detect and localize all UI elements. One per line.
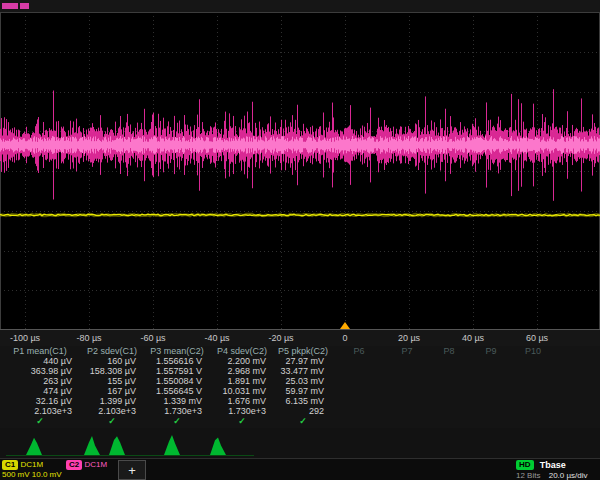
- top-left-indicator: [2, 3, 29, 9]
- measure-header[interactable]: P3 mean(C2): [144, 346, 210, 356]
- tbase-tdiv: 20.0 µs/div: [549, 471, 588, 480]
- time-label: 40 µs: [462, 333, 484, 343]
- measure-header[interactable]: P1 mean(C1): [0, 346, 80, 356]
- measure-value: [470, 356, 512, 366]
- time-axis: -100 µs-80 µs-60 µs-40 µs-20 µs020 µs40 …: [0, 330, 600, 346]
- measure-value: [512, 386, 554, 396]
- measure-status: ✓: [144, 416, 210, 426]
- measure-status-row: ✓✓✓✓✓: [0, 416, 600, 426]
- indicator-block: [2, 3, 18, 9]
- measure-value: 440 µV: [0, 356, 80, 366]
- measure-header[interactable]: P7: [386, 346, 428, 356]
- measure-value: 2.103e+3: [80, 406, 144, 416]
- measure-value: 363.98 µV: [0, 366, 80, 376]
- time-label: -100 µs: [10, 333, 40, 343]
- measure-value: [428, 356, 470, 366]
- measure-value: [386, 366, 428, 376]
- measure-value: 1.891 mV: [210, 376, 274, 386]
- measure-header[interactable]: P10: [512, 346, 554, 356]
- measure-value: [386, 386, 428, 396]
- time-label: 20 µs: [398, 333, 420, 343]
- measure-value: [512, 396, 554, 406]
- measure-value: 32.16 µV: [0, 396, 80, 406]
- measure-value: [470, 396, 512, 406]
- measure-value: 1.399 µV: [80, 396, 144, 406]
- measure-value: [428, 366, 470, 376]
- tbase-bits: 12 Bits: [516, 471, 540, 480]
- time-label: 0: [342, 333, 347, 343]
- measure-value: [386, 406, 428, 416]
- measure-value: [470, 366, 512, 376]
- tbase-label: Tbase: [540, 460, 566, 470]
- plus-icon: +: [128, 463, 136, 478]
- measure-value: 155 µV: [80, 376, 144, 386]
- measure-value: 167 µV: [80, 386, 144, 396]
- measure-value: [512, 376, 554, 386]
- measure-value-row: 440 µV160 µV1.556616 V2.200 mV27.97 mV: [0, 356, 600, 366]
- measure-value: 1.557591 V: [144, 366, 210, 376]
- measure-value: [428, 386, 470, 396]
- measure-value: [386, 396, 428, 406]
- measure-value: [332, 366, 386, 376]
- measure-value-row: 474 µV167 µV1.556645 V10.031 mV59.97 mV: [0, 386, 600, 396]
- measure-value: 263 µV: [0, 376, 80, 386]
- measure-value: [332, 376, 386, 386]
- measure-header[interactable]: P8: [428, 346, 470, 356]
- measure-value: 10.031 mV: [210, 386, 274, 396]
- measure-header[interactable]: P6: [332, 346, 386, 356]
- time-label: -40 µs: [204, 333, 229, 343]
- measure-value: 27.97 mV: [274, 356, 332, 366]
- measure-value: [512, 406, 554, 416]
- time-label: 60 µs: [526, 333, 548, 343]
- measure-value: 160 µV: [80, 356, 144, 366]
- measure-header[interactable]: P5 pkpk(C2): [274, 346, 332, 356]
- measure-value: [470, 376, 512, 386]
- time-label: -20 µs: [268, 333, 293, 343]
- measure-value: 1.556645 V: [144, 386, 210, 396]
- measure-value: [428, 376, 470, 386]
- measurement-table: P1 mean(C1)P2 sdev(C1)P3 mean(C2)P4 sdev…: [0, 346, 600, 428]
- measure-value: [470, 406, 512, 416]
- measure-value: 59.97 mV: [274, 386, 332, 396]
- measure-value-row: 2.103e+32.103e+31.730e+31.730e+3292: [0, 406, 600, 416]
- measure-value: 2.200 mV: [210, 356, 274, 366]
- measure-value: 1.556616 V: [144, 356, 210, 366]
- scope-canvas: [0, 12, 600, 330]
- measure-value: [386, 356, 428, 366]
- measure-status: [512, 416, 554, 426]
- measure-header-row: P1 mean(C1)P2 sdev(C1)P3 mean(C2)P4 sdev…: [0, 346, 600, 356]
- measure-value: 25.03 mV: [274, 376, 332, 386]
- measure-value: [512, 356, 554, 366]
- time-label: -60 µs: [140, 333, 165, 343]
- measure-status: ✓: [210, 416, 274, 426]
- measure-value: 6.135 mV: [274, 396, 332, 406]
- measure-value: [332, 356, 386, 366]
- indicator-block: [20, 3, 29, 9]
- measure-header[interactable]: P2 sdev(C1): [80, 346, 144, 356]
- add-button[interactable]: +: [118, 460, 146, 480]
- measure-value: 1.339 mV: [144, 396, 210, 406]
- c2-coupling: DC1M: [84, 460, 107, 469]
- channel-c2-descriptor[interactable]: C2 DC1M: [66, 460, 114, 470]
- channel-c1-descriptor[interactable]: C1 DC1M 500 mV 10.0 mV: [2, 460, 62, 480]
- measure-header[interactable]: P4 sdev(C2): [210, 346, 274, 356]
- measure-value: [428, 396, 470, 406]
- c1-vdiv: 500 mV: [2, 470, 30, 479]
- measure-status: [470, 416, 512, 426]
- measure-value: 1.730e+3: [144, 406, 210, 416]
- measure-status: ✓: [274, 416, 332, 426]
- measure-value: [332, 386, 386, 396]
- histicons-canvas: [4, 428, 264, 458]
- measure-value: 1.550084 V: [144, 376, 210, 386]
- measure-value: [332, 406, 386, 416]
- measure-value: 474 µV: [0, 386, 80, 396]
- measure-status: ✓: [0, 416, 80, 426]
- measure-header[interactable]: P9: [470, 346, 512, 356]
- bottom-bar: C1 DC1M 500 mV 10.0 mV C2 DC1M + HD Tbas…: [0, 458, 600, 480]
- measure-value-row: 363.98 µV158.308 µV1.557591 V2.968 mV33.…: [0, 366, 600, 376]
- measure-value: 158.308 µV: [80, 366, 144, 376]
- timebase-descriptor[interactable]: HD Tbase 12 Bits 20.0 µs/div: [516, 460, 600, 480]
- measure-value: 33.477 mV: [274, 366, 332, 376]
- measure-status: [428, 416, 470, 426]
- c1-coupling: DC1M: [20, 460, 43, 469]
